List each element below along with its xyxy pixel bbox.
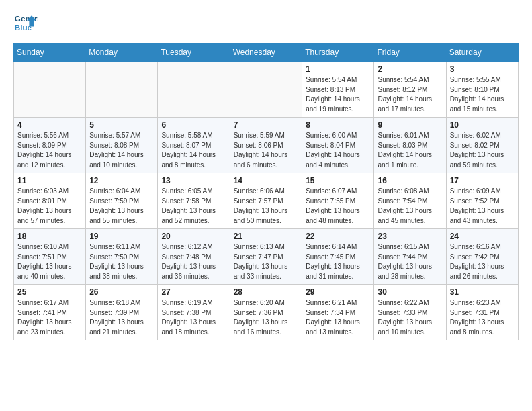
day-number: 22 bbox=[306, 232, 370, 241]
day-number: 16 bbox=[378, 176, 442, 185]
day-info: Sunrise: 5:55 AMSunset: 8:10 PMDaylight:… bbox=[450, 75, 515, 114]
day-number: 27 bbox=[161, 287, 226, 297]
day-number: 15 bbox=[306, 176, 370, 185]
day-number: 1 bbox=[306, 64, 370, 74]
calendar-cell bbox=[86, 62, 158, 118]
day-info: Sunrise: 6:18 AMSunset: 7:39 PMDaylight:… bbox=[89, 298, 154, 337]
day-info: Sunrise: 6:23 AMSunset: 7:31 PMDaylight:… bbox=[450, 298, 515, 337]
calendar-week-4: 18Sunrise: 6:10 AMSunset: 7:51 PMDayligh… bbox=[14, 229, 519, 285]
day-number: 19 bbox=[89, 232, 154, 241]
calendar-cell: 21Sunrise: 6:13 AMSunset: 7:47 PMDayligh… bbox=[230, 229, 302, 285]
day-info: Sunrise: 5:56 AMSunset: 8:09 PMDaylight:… bbox=[17, 131, 82, 170]
calendar-cell: 7Sunrise: 5:59 AMSunset: 8:06 PMDaylight… bbox=[230, 118, 302, 173]
day-number: 29 bbox=[306, 287, 370, 297]
calendar-cell: 12Sunrise: 6:04 AMSunset: 7:59 PMDayligh… bbox=[86, 173, 158, 229]
day-info: Sunrise: 6:15 AMSunset: 7:44 PMDaylight:… bbox=[378, 242, 442, 281]
weekday-monday: Monday bbox=[86, 44, 158, 62]
day-info: Sunrise: 5:57 AMSunset: 8:08 PMDaylight:… bbox=[89, 131, 154, 170]
day-info: Sunrise: 6:13 AMSunset: 7:47 PMDaylight:… bbox=[234, 242, 299, 281]
calendar-cell: 15Sunrise: 6:07 AMSunset: 7:55 PMDayligh… bbox=[302, 173, 374, 229]
calendar-cell: 27Sunrise: 6:19 AMSunset: 7:38 PMDayligh… bbox=[158, 285, 230, 340]
calendar-cell: 10Sunrise: 6:02 AMSunset: 8:02 PMDayligh… bbox=[446, 118, 518, 173]
day-number: 24 bbox=[450, 232, 515, 241]
day-info: Sunrise: 6:09 AMSunset: 7:52 PMDaylight:… bbox=[450, 187, 515, 226]
calendar-week-2: 4Sunrise: 5:56 AMSunset: 8:09 PMDaylight… bbox=[14, 118, 519, 173]
day-info: Sunrise: 6:12 AMSunset: 7:48 PMDaylight:… bbox=[161, 242, 226, 281]
day-info: Sunrise: 6:00 AMSunset: 8:04 PMDaylight:… bbox=[306, 131, 370, 170]
day-info: Sunrise: 5:54 AMSunset: 8:13 PMDaylight:… bbox=[306, 75, 370, 114]
calendar-cell: 19Sunrise: 6:11 AMSunset: 7:50 PMDayligh… bbox=[86, 229, 158, 285]
day-number: 13 bbox=[161, 176, 226, 185]
day-info: Sunrise: 6:01 AMSunset: 8:03 PMDaylight:… bbox=[378, 131, 442, 170]
calendar-cell: 6Sunrise: 5:58 AMSunset: 8:07 PMDaylight… bbox=[158, 118, 230, 173]
day-number: 14 bbox=[234, 176, 299, 185]
calendar-week-5: 25Sunrise: 6:17 AMSunset: 7:41 PMDayligh… bbox=[14, 285, 519, 340]
day-number: 3 bbox=[450, 64, 515, 74]
day-info: Sunrise: 6:05 AMSunset: 7:58 PMDaylight:… bbox=[161, 187, 226, 226]
day-info: Sunrise: 5:54 AMSunset: 8:12 PMDaylight:… bbox=[378, 75, 442, 114]
day-number: 5 bbox=[89, 120, 154, 130]
day-info: Sunrise: 6:02 AMSunset: 8:02 PMDaylight:… bbox=[450, 131, 515, 170]
day-number: 18 bbox=[17, 232, 82, 241]
calendar-cell: 3Sunrise: 5:55 AMSunset: 8:10 PMDaylight… bbox=[446, 62, 518, 118]
weekday-wednesday: Wednesday bbox=[230, 44, 302, 62]
calendar-cell: 25Sunrise: 6:17 AMSunset: 7:41 PMDayligh… bbox=[14, 285, 86, 340]
weekday-thursday: Thursday bbox=[302, 44, 374, 62]
calendar-cell: 26Sunrise: 6:18 AMSunset: 7:39 PMDayligh… bbox=[86, 285, 158, 340]
day-number: 7 bbox=[234, 120, 299, 130]
day-number: 10 bbox=[450, 120, 515, 130]
calendar-week-1: 1Sunrise: 5:54 AMSunset: 8:13 PMDaylight… bbox=[14, 62, 519, 118]
calendar-cell: 11Sunrise: 6:03 AMSunset: 8:01 PMDayligh… bbox=[14, 173, 86, 229]
day-number: 20 bbox=[161, 232, 226, 241]
day-number: 6 bbox=[161, 120, 226, 130]
day-info: Sunrise: 6:04 AMSunset: 7:59 PMDaylight:… bbox=[89, 187, 154, 226]
day-info: Sunrise: 6:06 AMSunset: 7:57 PMDaylight:… bbox=[234, 187, 299, 226]
calendar-cell: 2Sunrise: 5:54 AMSunset: 8:12 PMDaylight… bbox=[374, 62, 446, 118]
day-info: Sunrise: 6:10 AMSunset: 7:51 PMDaylight:… bbox=[17, 242, 82, 281]
calendar-cell: 29Sunrise: 6:21 AMSunset: 7:34 PMDayligh… bbox=[302, 285, 374, 340]
calendar-cell: 18Sunrise: 6:10 AMSunset: 7:51 PMDayligh… bbox=[14, 229, 86, 285]
calendar-cell: 31Sunrise: 6:23 AMSunset: 7:31 PMDayligh… bbox=[446, 285, 518, 340]
day-info: Sunrise: 6:03 AMSunset: 8:01 PMDaylight:… bbox=[17, 187, 82, 226]
calendar-cell: 24Sunrise: 6:16 AMSunset: 7:42 PMDayligh… bbox=[446, 229, 518, 285]
calendar-cell bbox=[14, 62, 86, 118]
weekday-sunday: Sunday bbox=[14, 44, 86, 62]
page-header: General Blue bbox=[13, 11, 519, 35]
day-info: Sunrise: 6:08 AMSunset: 7:54 PMDaylight:… bbox=[378, 187, 442, 226]
calendar-cell: 17Sunrise: 6:09 AMSunset: 7:52 PMDayligh… bbox=[446, 173, 518, 229]
day-number: 21 bbox=[234, 232, 299, 241]
weekday-tuesday: Tuesday bbox=[158, 44, 230, 62]
day-number: 30 bbox=[378, 287, 442, 297]
calendar-cell: 30Sunrise: 6:22 AMSunset: 7:33 PMDayligh… bbox=[374, 285, 446, 340]
day-number: 26 bbox=[89, 287, 154, 297]
day-number: 4 bbox=[17, 120, 82, 130]
day-number: 31 bbox=[450, 287, 515, 297]
calendar-cell: 5Sunrise: 5:57 AMSunset: 8:08 PMDaylight… bbox=[86, 118, 158, 173]
day-info: Sunrise: 5:59 AMSunset: 8:06 PMDaylight:… bbox=[234, 131, 299, 170]
calendar-cell: 16Sunrise: 6:08 AMSunset: 7:54 PMDayligh… bbox=[374, 173, 446, 229]
calendar-cell: 14Sunrise: 6:06 AMSunset: 7:57 PMDayligh… bbox=[230, 173, 302, 229]
day-info: Sunrise: 6:22 AMSunset: 7:33 PMDaylight:… bbox=[378, 298, 442, 337]
calendar-cell: 4Sunrise: 5:56 AMSunset: 8:09 PMDaylight… bbox=[14, 118, 86, 173]
day-number: 25 bbox=[17, 287, 82, 297]
day-info: Sunrise: 5:58 AMSunset: 8:07 PMDaylight:… bbox=[161, 131, 226, 170]
day-info: Sunrise: 6:16 AMSunset: 7:42 PMDaylight:… bbox=[450, 242, 515, 281]
calendar-cell: 22Sunrise: 6:14 AMSunset: 7:45 PMDayligh… bbox=[302, 229, 374, 285]
day-number: 9 bbox=[378, 120, 442, 130]
calendar-cell bbox=[230, 62, 302, 118]
calendar-table: SundayMondayTuesdayWednesdayThursdayFrid… bbox=[13, 43, 519, 340]
day-number: 12 bbox=[89, 176, 154, 185]
day-number: 2 bbox=[378, 64, 442, 74]
weekday-friday: Friday bbox=[374, 44, 446, 62]
calendar-cell: 8Sunrise: 6:00 AMSunset: 8:04 PMDaylight… bbox=[302, 118, 374, 173]
weekday-header-row: SundayMondayTuesdayWednesdayThursdayFrid… bbox=[14, 44, 519, 62]
day-info: Sunrise: 6:20 AMSunset: 7:36 PMDaylight:… bbox=[234, 298, 299, 337]
day-number: 8 bbox=[306, 120, 370, 130]
day-info: Sunrise: 6:19 AMSunset: 7:38 PMDaylight:… bbox=[161, 298, 226, 337]
day-number: 23 bbox=[378, 232, 442, 241]
day-info: Sunrise: 6:07 AMSunset: 7:55 PMDaylight:… bbox=[306, 187, 370, 226]
logo: General Blue bbox=[13, 11, 38, 35]
calendar-cell: 23Sunrise: 6:15 AMSunset: 7:44 PMDayligh… bbox=[374, 229, 446, 285]
weekday-saturday: Saturday bbox=[446, 44, 518, 62]
logo-icon: General Blue bbox=[13, 11, 38, 35]
